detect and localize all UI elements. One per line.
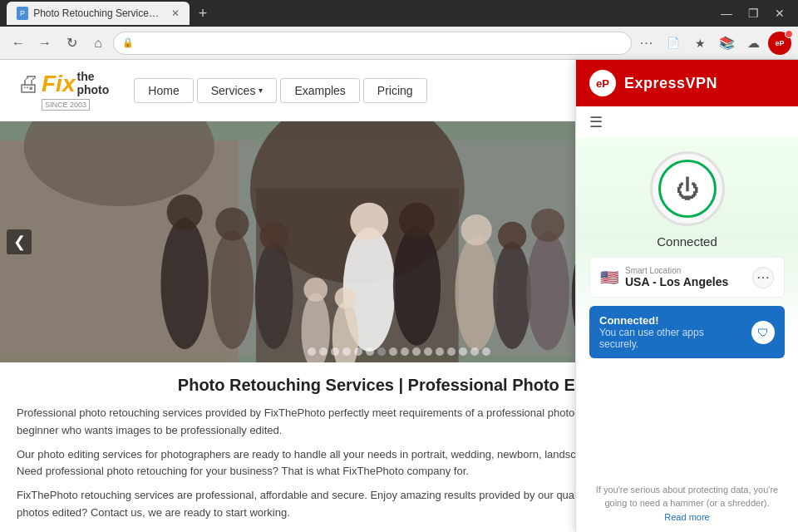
svg-point-15 — [399, 203, 435, 239]
power-icon: ⏻ — [676, 175, 699, 203]
logo-fix-text: Fix — [42, 71, 75, 97]
vpn-logo: eP — [589, 70, 616, 96]
site-navigation: Home Services ▾ Examples Pricing — [134, 78, 426, 103]
carousel-dot-9[interactable] — [412, 347, 421, 356]
svg-point-11 — [259, 222, 288, 250]
vpn-status-text: Connected — [657, 234, 717, 249]
tab-title: Photo Retouching Services | Pr... — [33, 7, 163, 19]
carousel-dot-7[interactable] — [389, 347, 397, 356]
nav-services[interactable]: Services ▾ — [197, 78, 278, 103]
vpn-footer-text: If you're serious about protecting data,… — [596, 485, 778, 509]
sync-button[interactable]: ☁ — [741, 32, 765, 55]
carousel-dot-2[interactable] — [331, 347, 339, 356]
lock-icon: 🔒 — [122, 37, 134, 48]
vpn-location-row[interactable]: 🇺🇸 Smart Location USA - Los Angeles ⋯ — [589, 257, 785, 298]
carousel-indicators — [308, 347, 490, 356]
active-tab[interactable]: P Photo Retouching Services | Pr... ✕ — [7, 2, 190, 25]
svg-point-7 — [167, 195, 203, 230]
carousel-dot-11[interactable] — [436, 347, 444, 356]
carousel-prev-button[interactable]: ❮ — [7, 229, 32, 254]
carousel-dot-10[interactable] — [424, 347, 432, 356]
vpn-location-label: Smart Location — [625, 266, 746, 275]
vpn-panel: eP ExpressVPN ☰ ⏻ Connected 🇺🇸 Smart Loc… — [575, 60, 798, 532]
back-button[interactable]: ← — [7, 32, 30, 55]
logo-the-text: the — [76, 71, 109, 83]
vpn-read-more-link[interactable]: Read more — [664, 512, 709, 522]
nav-examples[interactable]: Examples — [280, 78, 359, 103]
svg-point-25 — [303, 278, 328, 302]
svg-point-27 — [335, 287, 357, 308]
us-flag-icon: 🇺🇸 — [600, 268, 618, 287]
vpn-location-more-button[interactable]: ⋯ — [752, 267, 774, 288]
content-area: 🖨 Fix the photo SINCE 2003 Home Services… — [0, 60, 798, 532]
refresh-button[interactable]: ↻ — [60, 32, 83, 55]
svg-point-20 — [526, 231, 569, 350]
logo-since-text: SINCE 2003 — [42, 99, 90, 111]
carousel-dot-15[interactable] — [482, 347, 490, 356]
carousel-dot-8[interactable] — [401, 347, 409, 356]
vpn-badge — [785, 30, 793, 38]
nav-pricing[interactable]: Pricing — [363, 78, 427, 103]
nav-home[interactable]: Home — [134, 78, 193, 103]
new-tab-button[interactable]: + — [193, 3, 213, 23]
carousel-dot-5[interactable] — [366, 347, 374, 356]
carousel-dot-13[interactable] — [459, 347, 467, 356]
forward-button[interactable]: → — [33, 32, 57, 55]
bookmark-star-button[interactable]: ★ — [688, 32, 712, 55]
logo-camera-icon: 🖨 — [17, 70, 40, 97]
vpn-banner-title: Connected! — [599, 314, 745, 327]
carousel-dot-6[interactable] — [377, 347, 386, 356]
carousel-dot-0[interactable] — [308, 347, 316, 356]
svg-point-8 — [211, 230, 254, 349]
site-logo: 🖨 Fix the photo SINCE 2003 — [17, 70, 109, 111]
svg-point-10 — [255, 242, 293, 349]
tab-favicon: P — [17, 7, 28, 20]
browser-titlebar: P Photo Retouching Services | Pr... ✕ + … — [0, 0, 798, 27]
library-button[interactable]: 📚 — [715, 32, 738, 55]
svg-point-9 — [215, 207, 249, 240]
vpn-body: ⏻ Connected 🇺🇸 Smart Location USA - Los … — [576, 138, 798, 475]
more-options-button[interactable]: ··· — [635, 32, 658, 55]
carousel-dot-1[interactable] — [319, 347, 328, 356]
vpn-location-name: USA - Los Angeles — [625, 275, 746, 288]
window-controls: — ❐ ✕ — [715, 5, 791, 22]
svg-point-13 — [350, 203, 388, 241]
svg-point-17 — [461, 214, 492, 245]
vpn-location-info: Smart Location USA - Los Angeles — [625, 266, 746, 288]
svg-point-14 — [393, 226, 441, 345]
carousel-dot-14[interactable] — [470, 347, 479, 356]
vpn-toolbar-button[interactable]: eP — [768, 32, 791, 55]
vpn-brand-name: ExpressVPN — [624, 75, 717, 92]
services-dropdown-icon: ▾ — [259, 86, 263, 95]
carousel-dot-12[interactable] — [447, 347, 456, 356]
address-bar[interactable]: 🔒 — [113, 32, 632, 55]
vpn-header: eP ExpressVPN — [576, 60, 798, 106]
reader-view-button[interactable]: 📄 — [662, 32, 685, 55]
vpn-banner-subtitle: You can use other apps securely. — [599, 327, 745, 350]
svg-point-19 — [498, 222, 526, 250]
home-button[interactable]: ⌂ — [86, 32, 110, 55]
carousel-dot-3[interactable] — [342, 347, 351, 356]
vpn-footer: If you're serious about protecting data,… — [576, 475, 798, 533]
vpn-connected-banner: Connected! You can use other apps secure… — [589, 306, 785, 358]
tab-bar: P Photo Retouching Services | Pr... ✕ + — [7, 2, 710, 25]
vpn-menu-button[interactable]: ☰ — [576, 106, 798, 138]
minimize-button[interactable]: — — [715, 5, 738, 22]
svg-point-18 — [493, 242, 531, 349]
svg-point-16 — [455, 236, 498, 351]
power-button-container: ⏻ — [650, 151, 725, 226]
tab-close-icon[interactable]: ✕ — [171, 7, 180, 19]
vpn-power-button[interactable]: ⏻ — [658, 160, 717, 218]
browser-toolbar: ← → ↻ ⌂ 🔒 ··· 📄 ★ 📚 ☁ eP — [0, 27, 798, 60]
logo-photo-text: photo — [76, 84, 109, 96]
svg-point-6 — [160, 218, 208, 349]
svg-point-21 — [531, 209, 564, 242]
vpn-shield-icon: 🛡 — [751, 321, 775, 344]
carousel-dot-4[interactable] — [354, 347, 362, 356]
close-button[interactable]: ✕ — [768, 5, 791, 22]
maximize-button[interactable]: ❐ — [741, 5, 765, 22]
